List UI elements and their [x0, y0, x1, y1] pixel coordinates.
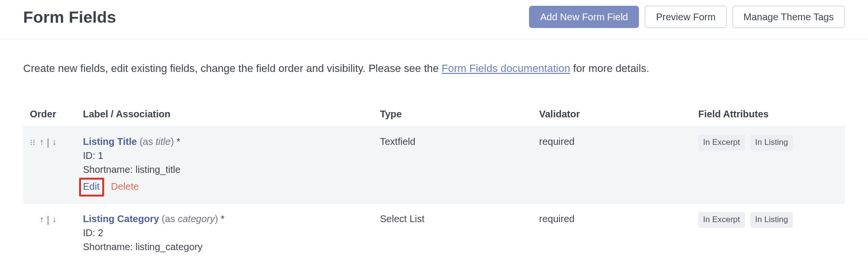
edit-highlight-box: Edit [79, 178, 104, 197]
field-association-close: ) [171, 136, 176, 147]
attribute-badge: In Excerpt [698, 212, 745, 228]
field-association-open: (as [137, 136, 156, 147]
move-up-icon[interactable]: ↑ [40, 136, 44, 148]
field-association-close: ) [215, 213, 220, 224]
move-down-icon[interactable]: ↓ [52, 213, 56, 226]
content-area: Create new fields, edit existing fields,… [0, 39, 868, 262]
manage-theme-tags-button[interactable]: Manage Theme Tags [732, 6, 845, 28]
table-row: ↑ | ↓ Listing Title (as title) * ID: 1 S… [23, 127, 845, 204]
order-cell: ↑ | ↓ [30, 212, 83, 254]
intro-prefix: Create new fields, edit existing fields,… [23, 62, 442, 74]
intro-suffix: for more details. [570, 62, 649, 74]
required-star: * [176, 136, 180, 147]
order-separator: | [47, 136, 49, 150]
col-header-label: Label / Association [83, 109, 380, 120]
label-cell: Listing Title (as title) * ID: 1 Shortna… [83, 135, 380, 197]
attributes-cell: In Excerpt In Listing [698, 212, 838, 254]
table-header-row: Order Label / Association Type Validator… [23, 109, 845, 127]
preview-form-button[interactable]: Preview Form [645, 6, 726, 28]
field-name-link[interactable]: Listing Category [83, 213, 159, 224]
required-star: * [221, 213, 225, 224]
table-row: ↑ | ↓ Listing Category (as category) * I… [23, 204, 845, 262]
add-new-form-field-button[interactable]: Add New Form Field [529, 6, 639, 28]
field-id-line: ID: 1 [83, 149, 380, 163]
order-cell: ↑ | ↓ [30, 135, 83, 197]
drag-handle-icon[interactable] [30, 136, 37, 142]
validator-cell: required [539, 135, 698, 197]
field-shortname-line: Shortname: listing_title [83, 163, 380, 177]
header-actions: Add New Form Field Preview Form Manage T… [529, 6, 845, 28]
attribute-badge: In Excerpt [698, 135, 745, 151]
edit-link[interactable]: Edit [83, 181, 99, 192]
page-title: Form Fields [23, 8, 116, 27]
attribute-badge: In Listing [750, 135, 793, 151]
intro-text: Create new fields, edit existing fields,… [23, 62, 845, 75]
svg-point-4 [30, 144, 32, 145]
svg-point-0 [30, 140, 32, 141]
attribute-badge: In Listing [750, 212, 793, 228]
page-header: Form Fields Add New Form Field Preview F… [0, 0, 868, 39]
field-association-open: (as [159, 213, 178, 224]
field-id-line: ID: 2 [83, 226, 380, 240]
svg-point-5 [33, 144, 35, 145]
col-header-order: Order [30, 109, 83, 120]
svg-point-3 [33, 142, 35, 143]
validator-cell: required [539, 212, 698, 254]
svg-point-1 [33, 140, 35, 141]
col-header-type: Type [380, 109, 539, 120]
order-separator: | [47, 213, 49, 227]
move-up-icon[interactable]: ↑ [40, 213, 44, 226]
move-down-icon[interactable]: ↓ [52, 136, 56, 148]
field-name-link[interactable]: Listing Title [83, 136, 137, 147]
col-header-validator: Validator [539, 109, 698, 120]
type-cell: Select List [380, 212, 539, 254]
type-cell: Textfield [380, 135, 539, 197]
label-cell: Listing Category (as category) * ID: 2 S… [83, 212, 380, 254]
svg-point-2 [30, 142, 32, 143]
field-association-value: category [178, 213, 215, 224]
form-fields-table: Order Label / Association Type Validator… [23, 109, 845, 262]
col-header-attrs: Field Attributes [698, 109, 838, 120]
delete-link[interactable]: Delete [111, 181, 139, 192]
field-association-value: title [156, 136, 171, 147]
attributes-cell: In Excerpt In Listing [698, 135, 838, 197]
documentation-link[interactable]: Form Fields documentation [442, 62, 570, 74]
field-shortname-line: Shortname: listing_category [83, 240, 380, 254]
row-actions: Edit Delete [83, 178, 380, 197]
